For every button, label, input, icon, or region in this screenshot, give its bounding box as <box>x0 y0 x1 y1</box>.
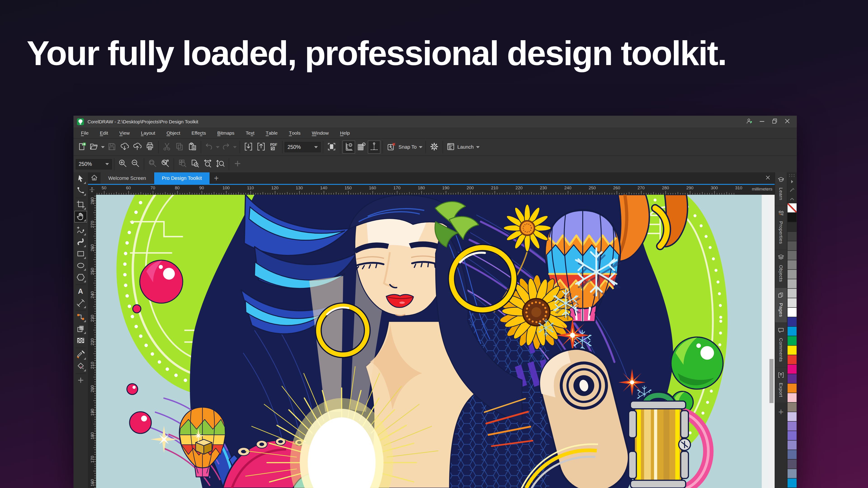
account-button[interactable] <box>743 117 756 127</box>
swatch-9179cf[interactable] <box>787 422 797 431</box>
swatch-828282[interactable] <box>787 260 797 270</box>
docker-tab-learn[interactable]: Learn <box>775 172 787 205</box>
swatch-no-color[interactable] <box>787 203 797 213</box>
swatch-0096d6[interactable] <box>787 479 797 488</box>
swatch-555555[interactable] <box>787 241 797 251</box>
swatch-0099d8[interactable] <box>787 327 797 336</box>
swatch-cbbfe8[interactable] <box>787 412 797 422</box>
docker-tab-export[interactable]: Export <box>775 367 787 402</box>
horizontal-ruler[interactable]: millimeters 5060708090100110120130140150… <box>96 185 775 195</box>
cloud-download-button[interactable] <box>118 140 131 154</box>
shape-tool[interactable] <box>74 185 87 197</box>
swatch-5c6a9e[interactable] <box>787 450 797 459</box>
fit-page-button[interactable] <box>325 140 338 154</box>
close-document-button[interactable] <box>761 172 775 184</box>
title-bar[interactable]: CorelDRAW - Z:\Desktop\Projects\Pro Desi… <box>73 116 797 128</box>
swatch-5f2c90[interactable] <box>787 374 797 384</box>
swatch-999999[interactable] <box>787 270 797 279</box>
zoom-in-button[interactable] <box>116 158 129 171</box>
drop-shadow-tool[interactable] <box>74 323 87 335</box>
polygon-tool[interactable] <box>74 272 87 284</box>
zoom-all-button[interactable] <box>159 158 172 171</box>
print-button[interactable] <box>144 140 156 154</box>
toggle-guidelines-button[interactable] <box>368 140 380 154</box>
scrollbar-thumb[interactable] <box>770 359 774 403</box>
launch-button[interactable]: Launch <box>445 140 480 154</box>
swatch-6b6b6b[interactable] <box>787 251 797 260</box>
swatch-b0b0b0[interactable] <box>787 279 797 289</box>
zoom-height-button[interactable] <box>214 158 227 171</box>
zoom-width-button[interactable] <box>202 158 214 171</box>
zoom-combo[interactable]: 250% <box>76 159 112 169</box>
docker-tab-pages[interactable]: Pages <box>775 288 787 322</box>
swatch-ffffff[interactable] <box>787 308 797 317</box>
swatch-2a2a2a[interactable] <box>787 222 797 232</box>
text-tool[interactable]: A <box>74 286 87 297</box>
swatch-2e3192[interactable] <box>787 317 797 327</box>
menu-effects[interactable]: Effects <box>186 128 212 138</box>
pick-tool[interactable] <box>74 173 87 185</box>
pan-tool[interactable] <box>74 211 87 223</box>
swatch-8a7e72[interactable] <box>787 402 797 412</box>
swatch-3f3f3f[interactable] <box>787 232 797 241</box>
vertical-scrollbar[interactable] <box>768 195 775 488</box>
rectangle-tool[interactable] <box>74 248 87 260</box>
swatch-c7c7c7[interactable] <box>787 289 797 298</box>
artistic-media-tool[interactable] <box>74 236 87 248</box>
menu-window[interactable]: Window <box>306 128 334 138</box>
options-button[interactable] <box>428 140 440 154</box>
docker-tab-comments[interactable]: Comments <box>775 323 787 367</box>
menu-edit[interactable]: Edit <box>94 128 114 138</box>
menu-view[interactable]: View <box>114 128 135 138</box>
menu-text[interactable]: Text <box>240 128 260 138</box>
import-button[interactable] <box>242 140 255 154</box>
drawing-canvas[interactable] <box>96 195 768 488</box>
menu-object[interactable]: Object <box>161 128 186 138</box>
crop-tool[interactable] <box>74 199 87 211</box>
swatch-f08519[interactable] <box>787 384 797 393</box>
zoom-to-page-button[interactable] <box>189 158 202 171</box>
dimension-tool[interactable] <box>74 297 87 309</box>
menu-layout[interactable]: Layout <box>135 128 161 138</box>
new-tab-button[interactable]: + <box>210 172 223 184</box>
menu-tools[interactable]: Tools <box>283 128 306 138</box>
swatch-8f86c9[interactable] <box>787 441 797 450</box>
export-button[interactable] <box>255 140 268 154</box>
minimize-button[interactable] <box>756 117 768 127</box>
palette-flyout-icon[interactable] <box>787 177 797 186</box>
vertical-ruler[interactable]: 280270260250240230220210200190180170160 <box>88 195 96 488</box>
toggle-rulers-button[interactable] <box>342 140 355 154</box>
restore-button[interactable] <box>768 117 781 127</box>
snap-disable-button[interactable] <box>385 140 398 154</box>
new-document-button[interactable] <box>76 140 88 154</box>
palette-drag-grip[interactable] <box>789 174 795 177</box>
interactive-fill-tool[interactable] <box>74 361 87 372</box>
docker-tab-properties[interactable]: Properties <box>775 206 787 250</box>
transparency-tool[interactable] <box>74 335 87 347</box>
open-button[interactable] <box>88 140 105 154</box>
zoom-out-button[interactable] <box>129 158 142 171</box>
swatch-dedede[interactable] <box>787 298 797 308</box>
add-docker-button[interactable]: + <box>775 403 787 421</box>
ellipse-tool[interactable] <box>74 260 87 272</box>
menu-help[interactable]: Help <box>334 128 355 138</box>
palette-scroll-up-icon[interactable] <box>787 195 797 203</box>
connector-tool[interactable] <box>74 312 87 323</box>
zoom-level[interactable]: 250% <box>285 142 321 152</box>
snap-to-button[interactable]: Snap To <box>398 140 423 154</box>
swatch-141414[interactable] <box>787 213 797 222</box>
swatch-e5097f[interactable] <box>787 365 797 374</box>
docker-tab-objects[interactable]: Objects <box>775 250 787 287</box>
ruler-origin[interactable] <box>88 185 96 195</box>
swatch-e8392e[interactable] <box>787 355 797 365</box>
cloud-upload-button[interactable] <box>131 140 144 154</box>
swatch-00a651[interactable] <box>787 336 797 346</box>
menu-table[interactable]: Table <box>260 128 283 138</box>
document-tab-welcome-screen[interactable]: Welcome Screen <box>101 172 154 184</box>
close-button[interactable] <box>781 117 794 127</box>
swatch-56506b[interactable] <box>787 459 797 469</box>
document-tab-pro-design-toolkit[interactable]: Pro Design Toolkit <box>154 172 210 184</box>
menu-bitmaps[interactable]: Bitmaps <box>212 128 240 138</box>
swatch-7d8fab[interactable] <box>787 469 797 479</box>
swatch-7e6bd0[interactable] <box>787 431 797 441</box>
